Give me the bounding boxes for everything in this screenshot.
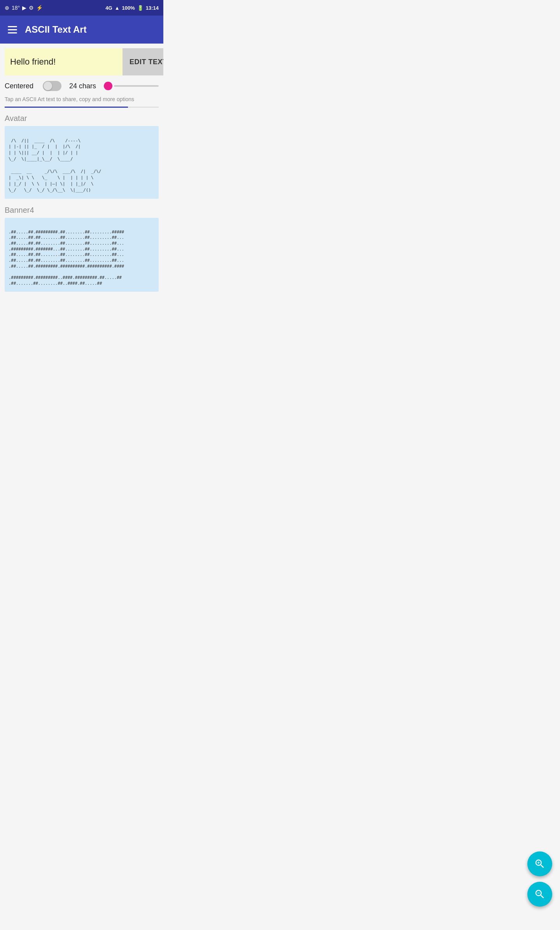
temperature-icon: 18°: [12, 5, 20, 11]
slider-track[interactable]: [114, 85, 159, 87]
app-title: ASCII Text Art: [25, 24, 87, 35]
battery-saver-icon: ⊕: [5, 5, 9, 11]
slider-wrapper: [104, 82, 159, 90]
time-display: 13:14: [146, 5, 159, 11]
slider-handle[interactable]: [104, 82, 112, 90]
status-right-icons: 4G ▲ 100% 🔋 13:14: [105, 5, 159, 11]
edit-text-button[interactable]: EDIT TEXT: [122, 48, 163, 75]
font-label-avatar: Avatar: [5, 114, 159, 123]
chars-label: 24 chars: [69, 82, 96, 90]
progress-bar-fill: [5, 107, 128, 108]
usb-icon: ⚡: [36, 5, 43, 11]
app-bar: ASCII Text Art: [0, 16, 163, 44]
battery-icon: 🔋: [137, 5, 144, 11]
main-content: EDIT TEXT Centered 24 chars Tap an ASCII…: [0, 44, 163, 303]
toggle-track[interactable]: [43, 81, 61, 91]
battery-percent: 100%: [122, 5, 135, 11]
signal-icon: ▲: [115, 5, 120, 11]
centered-label: Centered: [5, 82, 33, 90]
toggle-thumb: [44, 82, 52, 90]
status-left-icons: ⊕ 18° ▶ ⚙ ⚡: [5, 5, 43, 11]
progress-bar: [5, 107, 159, 108]
hint-text: Tap an ASCII Art text to share, copy and…: [5, 96, 159, 103]
ascii-art-banner4[interactable]: .##.....##.#########.##........##.......…: [5, 218, 159, 292]
ascii-art-avatar[interactable]: /\ /|| ____ /\ /----\ | |-| || |_ / | | …: [5, 126, 159, 199]
font-section-banner4: Banner4 .##.....##.#########.##........#…: [5, 206, 159, 292]
text-input[interactable]: [5, 48, 122, 75]
status-bar: ⊕ 18° ▶ ⚙ ⚡ 4G ▲ 100% 🔋 13:14: [0, 0, 163, 16]
menu-button[interactable]: [8, 26, 17, 33]
debug-icon: ⚙: [29, 5, 34, 11]
font-section-avatar: Avatar /\ /|| ____ /\ /----\ | |-| || |_…: [5, 114, 159, 199]
media-icon: ▶: [22, 5, 26, 11]
network-type: 4G: [105, 5, 112, 11]
font-label-banner4: Banner4: [5, 206, 159, 215]
input-row: EDIT TEXT: [5, 48, 159, 75]
centered-toggle[interactable]: [43, 81, 61, 91]
controls-row: Centered 24 chars: [5, 80, 159, 92]
